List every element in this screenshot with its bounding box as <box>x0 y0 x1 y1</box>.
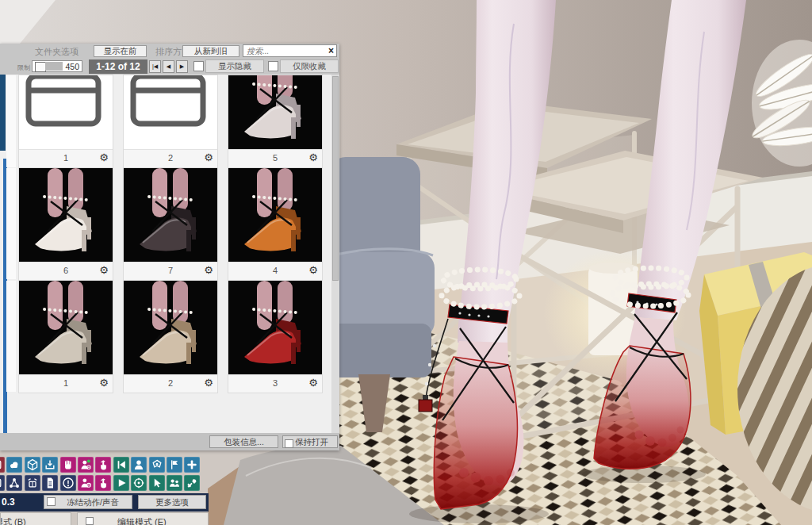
limit-label: 限制 <box>17 63 30 72</box>
grid-item-bar: 3⚙ <box>228 374 322 393</box>
slider-handle[interactable] <box>35 62 46 72</box>
mode-button[interactable]: 模式 (B) <box>0 512 71 525</box>
scrollbar-thumb[interactable] <box>332 76 339 281</box>
gear-icon[interactable]: ⚙ <box>99 377 109 389</box>
touch-gesture-icon[interactable] <box>95 457 111 473</box>
gear-icon[interactable]: ⚙ <box>308 264 318 276</box>
panel-toolbar-row1: 文件夹选项 显示在前 排序方 从新到旧 × <box>0 44 339 59</box>
grid-item[interactable]: 7⚙ <box>124 168 217 280</box>
grid-item[interactable]: 6⚙ <box>19 168 113 280</box>
partial-cell <box>6 281 16 392</box>
shoe-thumbnail[interactable] <box>124 281 217 374</box>
flag-icon[interactable] <box>167 457 182 473</box>
item-number: 4 <box>228 266 322 275</box>
edit-mode-button[interactable]: 编辑模式 (E) <box>77 512 209 525</box>
grid-item[interactable]: 1⚙ <box>19 75 113 167</box>
gear-icon[interactable]: ⚙ <box>204 264 213 276</box>
partial-cell <box>6 168 16 279</box>
favorites-only-checkbox[interactable] <box>268 61 278 71</box>
gear-icon[interactable]: ⚙ <box>308 377 318 389</box>
grid-item[interactable]: 1⚙ <box>19 281 113 393</box>
item-number: 2 <box>124 153 217 163</box>
grid-item[interactable]: 5⚙ <box>228 75 322 167</box>
cloud-icon[interactable] <box>6 457 22 473</box>
next-page-button[interactable]: ▶ <box>176 60 188 73</box>
item-number: 7 <box>124 266 217 275</box>
warning-icon[interactable] <box>60 475 76 491</box>
skip-to-start-icon[interactable] <box>113 457 129 473</box>
partial-red-icon[interactable] <box>0 457 5 473</box>
mode-button-label: 模式 (B) <box>0 516 26 525</box>
limit-slider[interactable]: 450 <box>32 60 82 72</box>
gear-icon[interactable]: ⚙ <box>204 377 213 389</box>
more-options-button[interactable]: 更多选项 <box>138 495 206 509</box>
item-browser-panel: 文件夹选项 显示在前 排序方 从新到旧 × 限制 450 1-12 of 12 … <box>0 44 339 450</box>
first-page-button[interactable]: |◀ <box>149 60 161 73</box>
keep-open-checkbox[interactable] <box>285 439 293 448</box>
cube-icon[interactable] <box>25 457 40 473</box>
search-input[interactable] <box>245 45 327 57</box>
folder-thumbnail[interactable] <box>19 75 113 149</box>
show-hidden-checkbox[interactable] <box>193 61 204 71</box>
hand-stop-icon[interactable] <box>60 457 76 473</box>
hand-point-icon[interactable] <box>95 475 111 491</box>
freeze-motion-button[interactable]: 冻结动作/声音 <box>44 495 132 509</box>
red-charm <box>419 400 432 412</box>
plus-icon[interactable] <box>184 457 200 473</box>
freeze-checkbox[interactable] <box>47 497 56 506</box>
character-remove-icon[interactable] <box>78 475 94 491</box>
shoe-thumbnail[interactable] <box>124 168 217 262</box>
grid-item[interactable]: 2⚙ <box>124 75 217 167</box>
panel-toolbar-row2: 限制 450 1-12 of 12 |◀ ◀ ▶ 显示隐藏 仅限收藏 <box>0 59 339 75</box>
grid-item-bar: 6⚙ <box>19 262 113 280</box>
tools-icon[interactable] <box>184 475 200 491</box>
partial-cell <box>6 75 16 167</box>
play-icon[interactable] <box>113 475 129 491</box>
shoe-thumbnail[interactable] <box>19 281 113 374</box>
keep-open-toggle[interactable]: 保持打开 <box>282 435 338 448</box>
cursor-icon[interactable] <box>149 475 165 491</box>
people-icon[interactable] <box>167 475 182 491</box>
unity-icon[interactable] <box>149 457 165 473</box>
package-arrows-icon[interactable] <box>25 475 40 491</box>
folder-thumbnail[interactable] <box>124 75 217 149</box>
gear-icon[interactable]: ⚙ <box>99 264 109 276</box>
app-window: 文件夹选项 显示在前 排序方 从新到旧 × 限制 450 1-12 of 12 … <box>0 0 812 525</box>
character-status-icon[interactable] <box>78 457 94 473</box>
package-info-button[interactable]: 包装信息... <box>209 435 278 448</box>
grid-item-bar: 4⚙ <box>228 262 322 280</box>
grid-item[interactable]: 4⚙ <box>228 168 322 280</box>
item-number: 5 <box>228 153 322 163</box>
item-number: 6 <box>19 266 113 275</box>
sort-order-button[interactable]: 从新到旧 <box>182 45 239 57</box>
clear-search-icon[interactable]: × <box>328 45 334 56</box>
gear-icon[interactable]: ⚙ <box>308 151 318 163</box>
scrollbar-track[interactable] <box>331 75 339 433</box>
grid-item[interactable]: 2⚙ <box>124 281 217 393</box>
show-in-front-button[interactable]: 显示在前 <box>94 45 147 57</box>
document-icon[interactable] <box>42 475 58 491</box>
page-indicator: 1-12 of 12 <box>89 59 147 74</box>
item-number: 3 <box>228 378 322 388</box>
shoe-thumbnail[interactable] <box>19 168 113 262</box>
shoe-thumbnail[interactable] <box>228 281 322 374</box>
target-icon[interactable] <box>131 475 147 491</box>
person-icon[interactable] <box>131 457 147 473</box>
shoe-thumbnail[interactable] <box>228 168 322 262</box>
grid-item-bar: 5⚙ <box>228 149 322 167</box>
grid-item-bar: 2⚙ <box>124 149 217 167</box>
limit-value: 450 <box>65 62 79 71</box>
import-tray-icon[interactable] <box>42 457 58 473</box>
gear-icon[interactable]: ⚙ <box>204 151 213 163</box>
grid-item[interactable]: 3⚙ <box>228 281 322 393</box>
shoe-thumbnail[interactable] <box>228 75 322 149</box>
icon-row-2 <box>0 475 209 491</box>
prev-page-button[interactable]: ◀ <box>163 60 174 73</box>
search-box[interactable]: × <box>243 44 337 57</box>
gear-icon[interactable]: ⚙ <box>99 151 109 163</box>
selection-accent-block <box>0 75 6 151</box>
node-graph-icon[interactable] <box>6 475 22 491</box>
grid-item-bar: 2⚙ <box>124 374 217 393</box>
partial-navy-icon[interactable] <box>0 475 5 491</box>
edit-mode-checkbox[interactable] <box>86 517 94 525</box>
